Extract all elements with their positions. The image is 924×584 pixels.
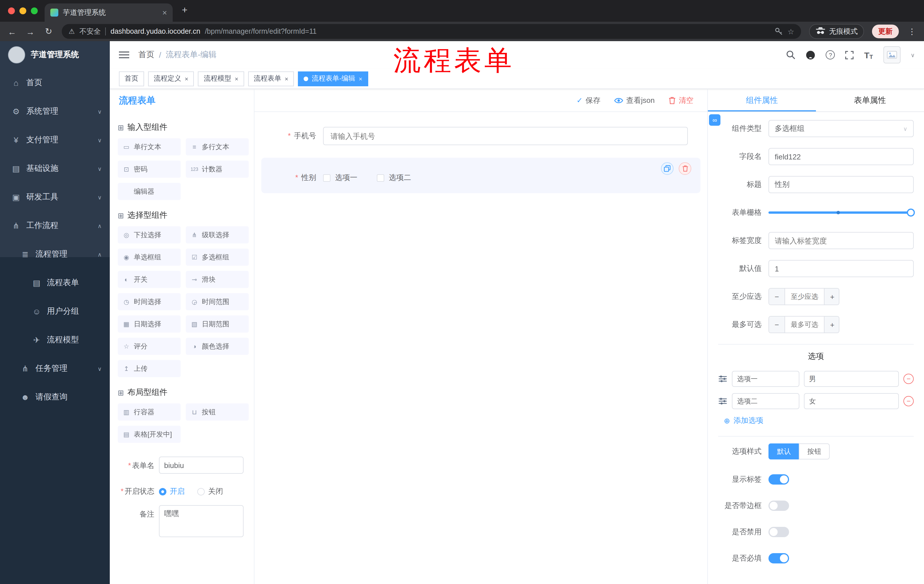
sidebar-item-payment-management[interactable]: ¥ 支付管理 ∨ — [0, 126, 110, 154]
tag-process-form[interactable]: 流程表单 × — [248, 71, 294, 86]
sidebar-logo[interactable]: 芋道管理系统 — [0, 41, 110, 69]
radio-status-on[interactable]: 开启 — [159, 486, 185, 497]
checkbox-icon[interactable] — [323, 174, 330, 181]
component-single-line-text[interactable]: ▭单行文本 — [118, 138, 181, 155]
tag-process-model[interactable]: 流程模型 × — [198, 71, 244, 86]
sidebar-item-dev-tools[interactable]: ▣ 研发工具 ∨ — [0, 183, 110, 211]
component-editor[interactable]: 编辑器 — [118, 183, 181, 200]
fullscreen-icon[interactable] — [845, 51, 854, 59]
browser-menu-icon[interactable]: ⋮ — [907, 27, 917, 36]
save-button[interactable]: ✓ 保存 — [576, 95, 601, 105]
clear-button[interactable]: 清空 — [668, 95, 693, 105]
tag-process-definition[interactable]: 流程定义 × — [148, 71, 194, 86]
tab-form-properties[interactable]: 表单属性 — [816, 89, 924, 112]
slider-handle[interactable] — [907, 209, 915, 217]
window-close-button[interactable] — [8, 7, 15, 14]
remove-option-button[interactable]: − — [903, 374, 914, 384]
font-size-icon[interactable]: TT — [864, 50, 873, 60]
sidebar-item-process-model[interactable]: ✈ 流程模型 — [0, 326, 110, 354]
tag-close-icon[interactable]: × — [185, 75, 188, 82]
back-icon[interactable]: ← — [7, 26, 17, 36]
tag-home[interactable]: 首页 — [119, 71, 144, 86]
sidebar-item-home[interactable]: ⌂ 首页 — [0, 69, 110, 97]
remove-option-button[interactable]: − — [903, 396, 914, 406]
component-date-range[interactable]: ▧日期范围 — [186, 316, 249, 332]
border-toggle[interactable] — [769, 500, 789, 511]
view-json-button[interactable]: 查看json — [614, 95, 655, 105]
checkbox-icon[interactable] — [377, 174, 384, 181]
form-remark-textarea[interactable]: 嘿嘿 — [159, 505, 244, 537]
form-item-phone[interactable]: * 手机号 — [261, 120, 700, 152]
window-zoom-button[interactable] — [31, 7, 38, 14]
component-table-wip[interactable]: ▤表格[开发中] — [118, 426, 181, 443]
sidebar-item-leave-query[interactable]: ☻ 请假查询 — [0, 383, 110, 411]
component-cascader[interactable]: ⋔级联选择 — [186, 226, 249, 243]
browser-update-button[interactable]: 更新 — [872, 25, 899, 38]
sidebar-item-system-management[interactable]: ⚙ 系统管理 ∨ — [0, 97, 110, 126]
reload-icon[interactable]: ↻ — [43, 26, 54, 36]
bookmark-star-icon[interactable]: ☆ — [788, 27, 794, 36]
github-icon[interactable] — [806, 50, 816, 60]
component-multi-line-text[interactable]: ≡多行文本 — [186, 138, 249, 155]
component-counter[interactable]: 123计数器 — [186, 161, 249, 178]
address-bar[interactable]: ⚠ 不安全 dashboard.yudao.iocoder.cn/bpm/man… — [62, 24, 801, 39]
component-time-picker[interactable]: ◷时间选择 — [118, 293, 181, 310]
option-value-input[interactable] — [804, 371, 899, 387]
sidebar-item-task-management[interactable]: ⋔ 任务管理 ∨ — [0, 354, 110, 383]
grid-slider[interactable] — [769, 204, 914, 221]
user-avatar[interactable] — [883, 46, 900, 63]
tag-close-icon[interactable]: × — [235, 75, 238, 82]
help-icon[interactable]: ? — [826, 50, 835, 59]
sidebar-collapse-icon[interactable] — [119, 51, 129, 59]
component-button[interactable]: ⊔按钮 — [186, 403, 249, 421]
sidebar-item-infrastructure[interactable]: ▤ 基础设施 ∨ — [0, 154, 110, 183]
link-badge-icon[interactable]: ∞ — [709, 114, 721, 126]
disabled-toggle[interactable] — [769, 527, 789, 537]
browser-tab[interactable]: 芋道管理系统 × — [45, 3, 173, 22]
option-label-input[interactable] — [732, 393, 799, 409]
component-dropdown-select[interactable]: ◎下拉选择 — [118, 226, 181, 243]
style-button-button[interactable]: 按钮 — [799, 443, 830, 459]
field-name-input[interactable] — [769, 148, 914, 165]
required-toggle[interactable] — [769, 553, 789, 563]
component-type-select[interactable]: 多选框组 ∨ — [769, 120, 914, 137]
drag-handle-icon[interactable] — [718, 374, 727, 383]
drag-handle-icon[interactable] — [718, 396, 727, 406]
radio-status-off[interactable]: 关闭 — [197, 486, 223, 497]
sidebar-item-process-form[interactable]: ▤ 流程表单 — [0, 268, 110, 297]
component-color-picker[interactable]: ◑颜色选择 — [186, 338, 249, 355]
password-key-icon[interactable] — [775, 28, 783, 35]
tab-close-icon[interactable]: × — [162, 8, 167, 17]
component-upload[interactable]: ↥上传 — [118, 360, 181, 377]
plus-button[interactable]: + — [824, 289, 839, 304]
add-option-button[interactable]: ⊕ 添加选项 — [718, 415, 914, 426]
component-switch[interactable]: ◐开关 — [118, 271, 181, 288]
component-radio-group[interactable]: ◉单选框组 — [118, 248, 181, 266]
delete-item-button[interactable] — [679, 162, 691, 175]
default-value-input[interactable] — [769, 260, 914, 277]
title-input[interactable] — [769, 176, 914, 193]
window-minimize-button[interactable] — [20, 7, 26, 14]
plus-button[interactable]: + — [824, 317, 839, 332]
component-checkbox-group[interactable]: ☑多选框组 — [186, 248, 249, 266]
copy-item-button[interactable] — [661, 162, 673, 175]
min-select-input[interactable] — [785, 289, 824, 304]
tag-close-icon[interactable]: × — [285, 75, 289, 82]
component-time-range[interactable]: ◶时间范围 — [186, 293, 249, 310]
breadcrumb-home[interactable]: 首页 — [139, 50, 154, 60]
sidebar-item-process-management[interactable]: ≣ 流程管理 ∧ — [0, 240, 110, 268]
forward-icon[interactable]: → — [25, 26, 35, 36]
tag-close-icon[interactable]: × — [359, 75, 363, 82]
minus-button[interactable]: − — [769, 317, 785, 332]
search-icon[interactable] — [787, 50, 795, 59]
component-date-picker[interactable]: ▦日期选择 — [118, 316, 181, 332]
component-slider[interactable]: ⊸滑块 — [186, 271, 249, 288]
form-name-input[interactable] — [159, 457, 244, 474]
component-row-container[interactable]: ▥行容器 — [118, 403, 181, 421]
tag-process-form-edit[interactable]: 流程表单-编辑 × — [298, 71, 368, 86]
label-width-input[interactable] — [769, 232, 914, 249]
checkbox-option-2[interactable]: 选项二 — [377, 173, 411, 183]
sidebar-item-user-groups[interactable]: ☺ 用户分组 — [0, 297, 110, 326]
tab-component-properties[interactable]: 组件属性 — [708, 89, 816, 112]
avatar-caret-icon[interactable]: ∨ — [911, 52, 915, 58]
